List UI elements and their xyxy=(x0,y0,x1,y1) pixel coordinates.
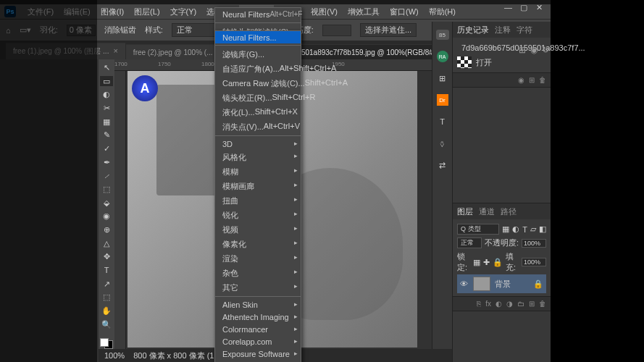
panel-tab[interactable]: 字符 xyxy=(517,25,532,35)
group-icon[interactable]: 🗀 xyxy=(517,300,524,308)
tool-7[interactable]: ✒ xyxy=(100,157,113,168)
history-step[interactable]: 打开 xyxy=(457,55,546,70)
submenu-item[interactable]: 扭曲 xyxy=(215,193,301,208)
menu-编辑e[interactable]: 编辑(E) xyxy=(59,5,95,19)
new-state-icon[interactable]: ⊞ xyxy=(529,76,535,84)
submenu-item[interactable]: Neural Filters... xyxy=(215,31,301,43)
tool-17[interactable]: ⬚ xyxy=(100,292,113,303)
menu-item[interactable]: Neural FiltersAlt+Ctrl+F xyxy=(215,8,301,21)
layer-filter-dropdown[interactable]: Q 类型 xyxy=(457,224,499,235)
filter-smart-icon[interactable]: ◧ xyxy=(539,224,546,234)
panel-util-icon[interactable]: ⊞ xyxy=(519,45,526,55)
select-and-mask-button[interactable]: 选择并遮住... xyxy=(360,23,417,37)
close-button[interactable]: ✕ xyxy=(536,3,545,12)
menu-窗口w[interactable]: 窗口(W) xyxy=(385,5,423,19)
tool-19[interactable]: 🔍 xyxy=(100,319,113,330)
menu-图像i[interactable]: 图像(I) xyxy=(96,5,128,19)
tool-preset-icon[interactable]: ▭▾ xyxy=(20,25,31,35)
submenu-item[interactable]: 消失点(V)...Alt+Ctrl+V xyxy=(215,119,301,134)
tool-3[interactable]: ✂ xyxy=(100,103,113,114)
feather-input[interactable] xyxy=(67,25,96,36)
lock-pixels-icon[interactable]: ▦ xyxy=(473,258,480,267)
fill-input[interactable] xyxy=(522,258,546,266)
minimize-button[interactable]: — xyxy=(504,3,513,12)
snapshot-icon[interactable]: ◉ xyxy=(518,76,524,84)
panel-icon-3[interactable]: Dr xyxy=(435,93,450,107)
submenu-item[interactable]: 锐化 xyxy=(215,208,301,222)
submenu-item[interactable]: Exposure Software xyxy=(215,348,301,360)
adjustment-icon[interactable]: ◑ xyxy=(506,300,513,308)
lock-position-icon[interactable]: ✚ xyxy=(483,258,490,267)
antialias-checkbox[interactable]: 消除锯齿 xyxy=(104,25,136,35)
submenu-item[interactable]: 模糊画廊 xyxy=(215,179,301,193)
submenu-item[interactable]: 其它 xyxy=(215,280,301,295)
panel-tab[interactable]: 历史记录 xyxy=(457,25,489,35)
submenu-item[interactable]: 镜头校正(R)...Shift+Ctrl+R xyxy=(215,90,301,105)
filter-shape-icon[interactable]: ▱ xyxy=(530,224,536,234)
submenu-item[interactable]: 视频 xyxy=(215,222,301,237)
tool-14[interactable]: ✥ xyxy=(100,251,113,262)
tool-10[interactable]: ⬙ xyxy=(100,198,113,209)
panel-icon-5[interactable]: ⎀ xyxy=(435,136,450,151)
tool-5[interactable]: ✎ xyxy=(100,130,113,140)
tool-13[interactable]: △ xyxy=(100,238,113,249)
tool-15[interactable]: T xyxy=(100,265,113,276)
submenu-item[interactable]: Corelapp.com xyxy=(215,335,301,348)
lock-all-icon[interactable]: 🔒 xyxy=(493,258,503,267)
layer-row[interactable]: 👁 背景 🔒 xyxy=(457,274,546,293)
panel-tab[interactable]: 路径 xyxy=(501,206,517,217)
menu-视图v[interactable]: 视图(V) xyxy=(306,5,342,19)
tool-6[interactable]: ✓ xyxy=(100,143,113,154)
panel-icon-4[interactable]: T xyxy=(435,114,450,129)
panel-util-icon[interactable]: ◉ xyxy=(530,45,538,55)
opacity-input[interactable] xyxy=(522,239,546,248)
submenu-item[interactable]: Athentech Imaging xyxy=(215,311,301,323)
new-layer-icon[interactable]: ⊞ xyxy=(529,300,535,308)
filter-text-icon[interactable]: T xyxy=(522,225,527,234)
submenu-item[interactable]: 像素化 xyxy=(215,237,301,251)
submenu-item[interactable]: Colormancer xyxy=(215,323,301,335)
document-tab[interactable]: free (1).jpeg @ 100% (图层 ...× xyxy=(6,43,125,59)
tool-1[interactable]: ▭ xyxy=(100,76,113,87)
visibility-icon[interactable]: 👁 xyxy=(460,279,469,288)
menu-帮助h[interactable]: 帮助(H) xyxy=(425,5,460,19)
submenu-item[interactable]: 渲染 xyxy=(215,251,301,266)
tool-0[interactable]: ↖ xyxy=(100,62,113,73)
menu-图层l[interactable]: 图层(L) xyxy=(130,5,164,19)
tool-8[interactable]: ⟋ xyxy=(100,170,113,181)
home-icon[interactable]: ⌂ xyxy=(6,26,11,35)
delete-icon[interactable]: 🗑 xyxy=(539,76,546,84)
submenu-item[interactable]: 3D xyxy=(215,138,301,150)
submenu-item[interactable]: 风格化 xyxy=(215,150,301,164)
menu-文字y[interactable]: 文字(Y) xyxy=(166,5,201,19)
tool-18[interactable]: ✋ xyxy=(100,306,113,316)
panel-tab[interactable]: 注释 xyxy=(495,25,511,35)
submenu-item[interactable]: Alien Skin xyxy=(215,298,301,311)
link-icon[interactable]: ⎘ xyxy=(477,300,481,308)
submenu-item[interactable]: 自适应广角(A)...Alt+Shift+Ctrl+A xyxy=(215,62,301,76)
trash-icon[interactable]: 🗑 xyxy=(539,300,546,308)
tool-2[interactable]: ◐ xyxy=(100,89,113,100)
panel-icon-0[interactable]: 85 xyxy=(435,28,450,42)
panel-icon-6[interactable]: ⇄ xyxy=(435,158,450,172)
mask-icon[interactable]: ◐ xyxy=(495,300,502,308)
panel-util-icon[interactable]: ↻ xyxy=(542,45,549,55)
submenu-item[interactable]: 滤镜库(G)... xyxy=(215,47,301,62)
panel-icon-2[interactable]: ⊞ xyxy=(435,71,450,85)
filter-adjust-icon[interactable]: ◐ xyxy=(512,224,519,234)
submenu-item[interactable]: Camera Raw 滤镜(C)...Shift+Ctrl+A xyxy=(215,76,301,90)
height-input[interactable] xyxy=(322,25,351,36)
menu-文件f[interactable]: 文件(F) xyxy=(23,5,58,19)
tool-9[interactable]: ⬚ xyxy=(100,184,113,195)
panel-tab[interactable]: 图层 xyxy=(457,206,473,217)
blend-mode-dropdown[interactable]: 正常 xyxy=(457,237,482,248)
submenu-item[interactable]: 液化(L)...Shift+Ctrl+X xyxy=(215,105,301,119)
menu-增效工具[interactable]: 增效工具 xyxy=(343,5,384,19)
panel-tab[interactable]: 通道 xyxy=(479,206,495,217)
submenu-item[interactable]: 杂色 xyxy=(215,266,301,280)
maximize-button[interactable]: ▢ xyxy=(520,3,529,12)
fx-icon[interactable]: fx xyxy=(485,300,491,308)
tool-4[interactable]: ▦ xyxy=(100,117,113,127)
close-icon[interactable]: × xyxy=(113,46,117,55)
tool-16[interactable]: ↗ xyxy=(100,279,113,290)
